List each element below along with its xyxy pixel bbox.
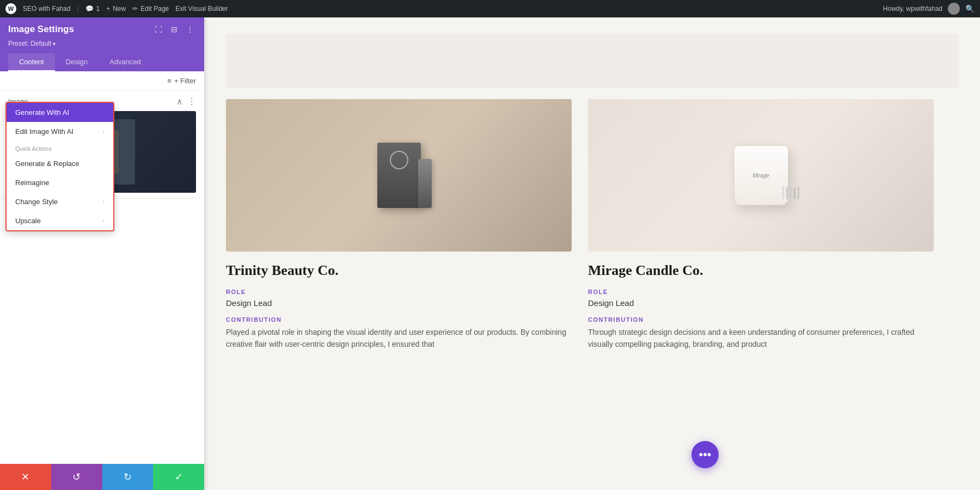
svg-rect-0	[782, 186, 784, 199]
beauty-tube	[418, 159, 432, 208]
card-role-label-2: ROLE	[588, 289, 934, 295]
chevron-right-icon: ›	[103, 128, 105, 134]
portfolio-card-2: Mirage Mirage Candle Co. ROLE Design Lea…	[588, 99, 934, 351]
ai-dropdown-menu: Generate With AI Edit Image With AI › Qu…	[5, 102, 114, 231]
portfolio-image-1	[226, 99, 572, 252]
comment-count[interactable]: 💬 1	[85, 5, 100, 13]
card-contribution-text-2: Through strategic design decisions and a…	[588, 326, 934, 351]
card-contribution-label-2: CONTRIBUTION	[588, 316, 934, 323]
svg-rect-1	[786, 187, 788, 199]
save-button[interactable]: ✓	[153, 464, 204, 490]
exit-builder-link[interactable]: Exit Visual Builder	[175, 5, 228, 13]
wordpress-logo[interactable]: W	[5, 3, 16, 14]
card-role-value-1: Design Lead	[226, 298, 572, 308]
beauty-product	[377, 143, 421, 208]
user-greeting: Howdy, wpwithfahad	[883, 5, 942, 13]
svg-rect-3	[794, 188, 795, 199]
card-title-1: Trinity Beauty Co.	[226, 262, 572, 279]
fab-button[interactable]: •••	[691, 441, 719, 468]
candle-jar: Mirage	[734, 145, 788, 205]
fab-icon: •••	[699, 448, 711, 462]
panel-preset[interactable]: Preset: Default	[8, 40, 56, 47]
expand-icon[interactable]: ⛶	[152, 24, 164, 35]
undo-button[interactable]: ↺	[51, 464, 102, 490]
main-content: Trinity Beauty Co. ROLE Design Lead CONT…	[204, 17, 980, 490]
chevron-right-icon-3: ›	[103, 218, 105, 224]
tab-content[interactable]: Content	[8, 53, 55, 71]
filter-bar: ≡ + Filter	[0, 71, 204, 91]
filter-button[interactable]: ≡ + Filter	[167, 77, 196, 85]
generate-with-ai-button[interactable]: Generate With AI	[7, 103, 113, 122]
reimagine-button[interactable]: Reimagine	[7, 173, 113, 192]
change-style-button[interactable]: Change Style ›	[7, 192, 113, 211]
panel-title-icons: ⛶ ⊟ ⋮	[152, 24, 196, 35]
panel-header: Image Settings ⛶ ⊟ ⋮ Preset: Default Con…	[0, 17, 204, 71]
beauty-image	[226, 99, 572, 252]
panel-title: Image Settings	[8, 24, 74, 35]
card-role-value-2: Design Lead	[588, 298, 934, 308]
collapse-icon[interactable]: ∧	[176, 96, 183, 107]
new-count[interactable]: + New	[106, 5, 126, 13]
generate-replace-button[interactable]: Generate & Replace	[7, 154, 113, 173]
edit-image-with-ai-button[interactable]: Edit Image With AI ›	[7, 122, 113, 141]
upscale-button[interactable]: Upscale ›	[7, 211, 113, 230]
portfolio-image-2: Mirage	[588, 99, 934, 252]
card-contribution-label-1: CONTRIBUTION	[226, 316, 572, 323]
image-settings-panel: Image Settings ⛶ ⊟ ⋮ Preset: Default Con…	[0, 17, 204, 490]
candle-label: Mirage	[752, 173, 769, 179]
search-icon[interactable]: 🔍	[965, 4, 975, 13]
card-role-label-1: ROLE	[226, 289, 572, 295]
tab-advanced[interactable]: Advanced	[99, 53, 152, 71]
admin-bar: W SEO with Fahad | 💬 1 + New ✏ Edit Page…	[0, 0, 980, 17]
edit-page-link[interactable]: ✏ Edit Page	[132, 5, 169, 13]
redo-button[interactable]: ↻	[102, 464, 154, 490]
panel-tabs: Content Design Advanced	[8, 53, 196, 71]
portfolio-grid: Trinity Beauty Co. ROLE Design Lead CONT…	[226, 99, 934, 351]
bottom-controls: ✕ ↺ ↻ ✓	[0, 464, 204, 490]
top-placeholder	[226, 34, 958, 88]
quick-actions-label: Quick Actions	[7, 141, 113, 154]
svg-rect-2	[790, 186, 792, 199]
candle-sticks	[780, 186, 807, 202]
card-contribution-text-1: Played a pivotal role in shaping the vis…	[226, 326, 572, 351]
more-icon[interactable]: ⋮	[184, 24, 196, 35]
delete-button[interactable]: ✕	[0, 464, 51, 490]
columns-icon[interactable]: ⊟	[169, 24, 180, 35]
section-more-icon[interactable]: ⋮	[187, 96, 196, 107]
portfolio-card-1: Trinity Beauty Co. ROLE Design Lead CONT…	[226, 99, 572, 351]
candle-image: Mirage	[588, 99, 934, 252]
site-name[interactable]: SEO with Fahad	[23, 5, 70, 13]
card-title-2: Mirage Candle Co.	[588, 262, 934, 279]
section-header-icons: ∧ ⋮	[176, 96, 196, 107]
svg-rect-4	[798, 187, 799, 199]
filter-icon: ≡	[167, 77, 171, 85]
avatar[interactable]	[948, 3, 960, 15]
admin-bar-right: Howdy, wpwithfahad 🔍	[883, 3, 975, 15]
chevron-right-icon-2: ›	[103, 199, 105, 205]
tab-design[interactable]: Design	[55, 53, 99, 71]
